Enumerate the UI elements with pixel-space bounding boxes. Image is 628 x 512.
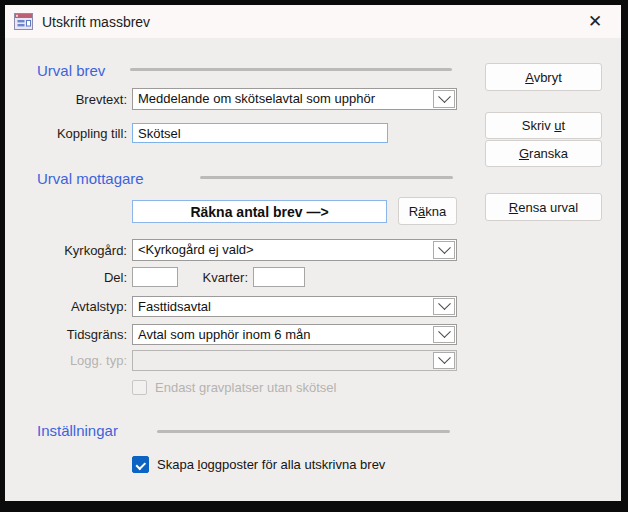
tidsgrans-row: Tidsgräns: Avtal som upphör inom 6 mån [35,324,457,345]
koppling-label: Koppling till: [35,126,127,141]
chevron-down-icon[interactable] [433,298,455,315]
kyrkogard-label: Kyrkogård: [35,243,127,258]
tidsgrans-label: Tidsgräns: [35,327,127,342]
chevron-down-icon[interactable] [433,241,455,259]
screen-background: Utskrift massbrev ✕ Urval brev Brevtext:… [0,0,628,512]
chevron-down-icon [433,352,455,369]
title-bar: Utskrift massbrev ✕ [5,5,621,38]
section-installningar: Inställningar [37,422,118,439]
endast-gravplatser-checkbox-row: Endast gravplatser utan skötsel [132,380,336,395]
clear-selection-button[interactable]: Rensa urval [485,193,602,221]
brevtext-select[interactable]: Meddelande om skötselavtal som upphör [132,88,457,110]
section-urval-brev: Urval brev [37,62,105,79]
loggtyp-value [133,351,432,370]
brevtext-row: Brevtext: Meddelande om skötselavtal som… [35,88,457,110]
koppling-row: Koppling till: [35,123,388,143]
print-massletter-dialog: Utskrift massbrev ✕ Urval brev Brevtext:… [5,5,621,501]
loggtyp-row: Logg. typ: [35,350,457,371]
brevtext-label: Brevtext: [35,92,127,107]
del-input[interactable] [132,267,178,287]
kvarter-input[interactable] [253,267,305,287]
kyrkogard-select[interactable]: <Kyrkogård ej vald> [132,239,457,261]
chevron-down-icon[interactable] [433,90,455,108]
skapa-loggposter-label: Skapa loggposter för alla utskrivna brev [157,457,385,472]
section-divider [130,68,452,71]
loggtyp-label: Logg. typ: [35,353,127,368]
brevtext-value: Meddelande om skötselavtal som upphör [133,89,432,109]
kvarter-label: Kvarter: [178,270,248,285]
section-urval-mottagare: Urval mottagare [37,170,144,187]
section-divider [157,430,450,433]
cancel-button[interactable]: Avbryt [485,63,602,91]
avtalstyp-row: Avtalstyp: Fasttidsavtal [35,296,457,317]
preview-button[interactable]: Granska [485,140,602,167]
del-kvarter-row: Del: Kvarter: [35,267,305,287]
skapa-loggposter-checkbox-row: Skapa loggposter för alla utskrivna brev [132,456,385,473]
kyrkogard-value: <Kyrkogård ej vald> [133,240,432,260]
avtalstyp-label: Avtalstyp: [35,299,127,314]
window-title: Utskrift massbrev [42,14,150,30]
avtalstyp-value: Fasttidsavtal [133,297,432,316]
endast-gravplatser-label: Endast gravplatser utan skötsel [155,380,336,395]
avtalstyp-select[interactable]: Fasttidsavtal [132,296,457,317]
count-letters-box: Räkna antal brev —> [132,200,387,223]
print-button[interactable]: Skriv ut [485,112,602,139]
kyrkogard-row: Kyrkogård: <Kyrkogård ej vald> [35,239,457,261]
form-icon [14,13,33,30]
count-button[interactable]: Räkna [398,197,457,225]
tidsgrans-select[interactable]: Avtal som upphör inom 6 mån [132,324,457,345]
section-divider [200,176,453,179]
chevron-down-icon[interactable] [433,326,455,343]
endast-gravplatser-checkbox [132,380,147,395]
skapa-loggposter-checkbox[interactable] [132,456,149,473]
del-label: Del: [35,270,127,285]
loggtyp-select [132,350,457,371]
close-icon[interactable]: ✕ [581,9,609,35]
tidsgrans-value: Avtal som upphör inom 6 mån [133,325,432,344]
koppling-input[interactable] [132,123,388,143]
